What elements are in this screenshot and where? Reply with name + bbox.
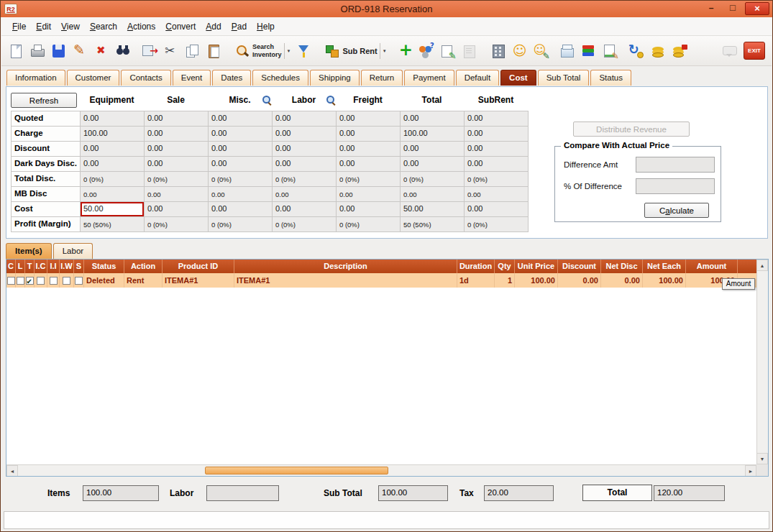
search-icon[interactable] — [262, 95, 272, 105]
search-icon[interactable] — [326, 95, 336, 105]
item-cell-product-id[interactable]: ITEMA#1 — [163, 273, 234, 288]
cost-cell-highlighted[interactable]: 50.00 — [81, 202, 145, 217]
smiley-button[interactable] — [509, 40, 530, 63]
edit-button[interactable] — [70, 40, 91, 63]
vertical-scrollbar[interactable] — [756, 260, 768, 464]
refresh-button[interactable] — [626, 40, 646, 63]
scroll-right-button[interactable] — [745, 465, 756, 477]
grid-col-unit[interactable]: Unit — [738, 260, 756, 273]
item-checkbox-cell[interactable] — [25, 273, 35, 288]
grid-col-i-w[interactable]: I.W — [60, 260, 74, 273]
grid-col-qty[interactable]: Qty — [495, 260, 515, 273]
export-button[interactable] — [139, 40, 160, 63]
coins-cart-button[interactable] — [669, 40, 690, 63]
grid-col-action[interactable]: Action — [124, 260, 163, 273]
print-button[interactable] — [27, 40, 47, 63]
menu-view[interactable]: View — [56, 19, 85, 34]
grid-col-i-c[interactable]: I.C — [35, 260, 47, 273]
search-inventory-dropdown[interactable] — [284, 43, 291, 59]
grid-col-l[interactable]: L — [16, 260, 25, 273]
form-edit-button[interactable] — [600, 40, 621, 63]
grid-col-net-disc[interactable]: Net Disc — [601, 260, 643, 273]
tab-cost[interactable]: Cost — [500, 70, 536, 86]
sub-rent-dropdown[interactable] — [380, 43, 387, 59]
items-tab-item-s[interactable]: Item(s) — [6, 243, 52, 259]
menu-convert[interactable]: Convert — [160, 19, 201, 34]
grid-col-product-id[interactable]: Product ID — [163, 260, 234, 273]
items-tab-labor[interactable]: Labor — [53, 243, 93, 259]
exit-button[interactable]: EXIT — [741, 40, 767, 63]
menu-file[interactable]: File — [7, 19, 31, 34]
grid-col-net-each[interactable]: Net Each — [643, 260, 686, 273]
item-cell-description[interactable]: ITEMA#1 — [234, 273, 457, 288]
new-button[interactable] — [5, 40, 26, 63]
item-checkbox-cell[interactable] — [16, 273, 25, 288]
item-cell-discount[interactable]: 0.00 — [558, 273, 601, 288]
sub-rent-button[interactable]: Sub Rent — [322, 40, 388, 63]
package-button[interactable] — [557, 40, 577, 63]
checkbox[interactable] — [17, 277, 24, 285]
minimize-button[interactable] — [702, 2, 721, 15]
menu-search[interactable]: Search — [85, 19, 122, 34]
item-checkbox-cell[interactable] — [74, 273, 84, 288]
smiley-edit-button[interactable] — [531, 40, 552, 63]
close-button[interactable] — [745, 2, 769, 15]
grid-col-duration[interactable]: Duration — [457, 260, 495, 273]
calculate-button[interactable]: Calculate — [644, 203, 709, 218]
item-checkbox-cell[interactable] — [6, 273, 16, 288]
menu-pad[interactable]: Pad — [227, 19, 252, 34]
search-inventory-button[interactable]: Search Inventory — [232, 40, 293, 63]
scroll-up-button[interactable] — [756, 260, 768, 271]
save-button[interactable] — [48, 40, 69, 63]
menu-edit[interactable]: Edit — [31, 19, 56, 34]
item-row[interactable]: DeletedRentITEMA#1ITEMA#11d1100.000.000.… — [6, 273, 756, 288]
grid-col-c[interactable]: C — [6, 260, 16, 273]
note-edit-button[interactable] — [437, 40, 458, 63]
grid-col-discount[interactable]: Discount — [558, 260, 601, 273]
paste-button[interactable] — [203, 40, 224, 63]
item-checkbox-cell[interactable] — [60, 273, 74, 288]
title-bar[interactable]: R2 ORD-918 Reservation — [1, 1, 772, 17]
tab-schedules[interactable]: Schedules — [252, 70, 308, 86]
checkbox[interactable] — [7, 277, 15, 285]
scroll-left-button[interactable] — [6, 465, 18, 477]
layers-button[interactable] — [578, 40, 599, 63]
refresh-button[interactable]: Refresh — [11, 93, 77, 108]
tab-customer[interactable]: Customer — [67, 70, 120, 86]
tab-default[interactable]: Default — [456, 70, 499, 86]
cut-button[interactable] — [160, 40, 181, 63]
grid-col-i-i[interactable]: I.I — [47, 260, 60, 273]
item-cell-qty[interactable]: 1 — [495, 273, 515, 288]
tab-payment[interactable]: Payment — [404, 70, 454, 86]
horizontal-scrollbar[interactable] — [6, 464, 756, 476]
group-button[interactable] — [416, 40, 436, 63]
grid-col-description[interactable]: Description — [234, 260, 457, 273]
grid-col-unit-price[interactable]: Unit Price — [515, 260, 558, 273]
flag-button[interactable] — [293, 40, 314, 63]
tab-information[interactable]: Information — [6, 70, 65, 86]
checkbox-checked[interactable] — [26, 277, 34, 285]
coins-button[interactable] — [647, 40, 668, 63]
scrollbar-thumb[interactable] — [205, 467, 388, 474]
copy-button[interactable] — [182, 40, 203, 63]
item-checkbox-cell[interactable] — [35, 273, 47, 288]
grid-col-status[interactable]: Status — [84, 260, 124, 273]
company-button[interactable] — [488, 40, 508, 63]
difference-amt-input[interactable] — [636, 157, 715, 173]
find-button[interactable] — [113, 40, 134, 63]
menu-help[interactable]: Help — [252, 19, 280, 34]
item-checkbox-cell[interactable] — [47, 273, 60, 288]
menu-add[interactable]: Add — [201, 19, 226, 34]
tab-event[interactable]: Event — [173, 70, 211, 86]
item-cell-net-each[interactable]: 100.00 — [643, 273, 686, 288]
tab-return[interactable]: Return — [361, 70, 403, 86]
maximize-button[interactable] — [723, 2, 742, 15]
tab-dates[interactable]: Dates — [212, 70, 251, 86]
grid-col-t[interactable]: T — [25, 260, 35, 273]
scroll-down-button[interactable] — [756, 453, 768, 464]
tab-sub-total[interactable]: Sub Total — [538, 70, 590, 86]
item-cell-duration[interactable]: 1d — [457, 273, 495, 288]
checkbox[interactable] — [50, 277, 58, 285]
checkbox[interactable] — [75, 277, 83, 285]
grid-col-s[interactable]: S — [74, 260, 84, 273]
